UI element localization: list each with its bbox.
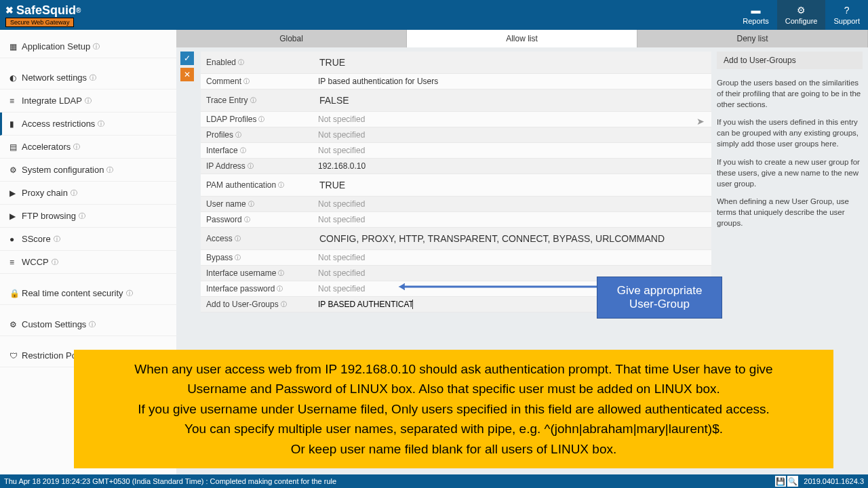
- sidebar-application-setup[interactable]: ▦Application Setupⓘ: [0, 35, 176, 58]
- callout: Give appropriate User-Group: [597, 277, 722, 319]
- sscore-icon: ●: [9, 235, 22, 244]
- info-icon: ⓘ: [248, 162, 254, 171]
- security-icon: 🔒: [9, 289, 22, 298]
- tab-allow-list[interactable]: Allow list: [407, 30, 637, 47]
- app-icon: ▦: [9, 42, 22, 52]
- nav-support[interactable]: ?Support: [825, 0, 868, 30]
- form-value[interactable]: Not specified: [313, 197, 711, 211]
- confirm-button[interactable]: ✓: [180, 52, 194, 65]
- sidebar-system-config[interactable]: ⚙System configurationⓘ: [0, 159, 176, 182]
- logo: ✖SafeSquid® Secure Web Gateway: [5, 3, 81, 27]
- form-label: IP Address ⓘ: [201, 159, 313, 174]
- form-value[interactable]: Not specified: [313, 127, 711, 142]
- info-icon: ⓘ: [278, 269, 284, 278]
- sysconf-icon: ⚙: [9, 165, 22, 175]
- sidebar-accelerators[interactable]: ▤Acceleratorsⓘ: [0, 136, 176, 159]
- info-icon: ⓘ: [126, 289, 133, 298]
- info-icon: ⓘ: [93, 42, 100, 52]
- tab-deny-list[interactable]: Deny list: [637, 30, 868, 47]
- cancel-button[interactable]: ✕: [180, 68, 194, 81]
- header-nav: ▬Reports ⚙Configure ?Support: [734, 0, 868, 30]
- form-value[interactable]: Not specified: [313, 212, 711, 227]
- sidebar-network-settings[interactable]: ◐Network settingsⓘ: [0, 66, 176, 89]
- help-text: If you wish the users defined in this en…: [717, 117, 863, 149]
- info-icon: ⓘ: [98, 119, 104, 129]
- header: ✖SafeSquid® Secure Web Gateway ▬Reports …: [0, 0, 868, 30]
- form-value[interactable]: 192.168.0.10: [313, 159, 711, 174]
- info-icon: ⓘ: [240, 146, 246, 155]
- info-icon: ⓘ: [79, 211, 85, 221]
- form-label: LDAP Profiles ⓘ: [201, 112, 313, 127]
- sidebar-ftp-browsing[interactable]: ▶FTP browsingⓘ: [0, 205, 176, 228]
- help-text: If you wish to create a new user group f…: [717, 157, 863, 189]
- sidebar-proxy-chain[interactable]: ▶Proxy chainⓘ: [0, 182, 176, 205]
- info-icon: ⓘ: [277, 285, 283, 293]
- form-row: PAM authentication ⓘTRUE: [201, 174, 711, 197]
- form-row: Trace Entry ⓘFALSE: [201, 89, 711, 112]
- form-label: Comment ⓘ: [201, 74, 313, 89]
- form-value[interactable]: Not specified: [313, 250, 711, 265]
- accel-icon: ▤: [9, 142, 22, 152]
- proxy-icon: ▶: [9, 188, 22, 198]
- info-icon: ⓘ: [278, 181, 284, 190]
- send-icon[interactable]: ➤: [696, 116, 705, 127]
- reports-icon: ▬: [751, 5, 761, 16]
- sidebar-realtime-security[interactable]: 🔒Real time content securityⓘ: [0, 282, 176, 305]
- help-text: When defining a new User Group, use term…: [717, 196, 863, 228]
- form-value[interactable]: FALSE: [313, 89, 711, 111]
- form-value[interactable]: TRUE: [313, 174, 711, 196]
- form-label: Profiles ⓘ: [201, 127, 313, 142]
- sidebar-wccp[interactable]: ≡WCCPⓘ: [0, 251, 176, 274]
- form-row: Bypass ⓘNot specified: [201, 250, 711, 266]
- form-row: User name ⓘNot specified: [201, 197, 711, 212]
- logo-subtitle: Secure Web Gateway: [5, 18, 74, 27]
- network-icon: ◐: [9, 73, 22, 83]
- ftp-icon: ▶: [9, 211, 22, 221]
- sidebar-access-restrictions[interactable]: ▮Access restrictionsⓘ: [0, 113, 176, 136]
- form-label: Enabled ⓘ: [201, 55, 313, 70]
- add-user-groups-button[interactable]: Add to User-Groups: [717, 52, 863, 69]
- info-icon: ⓘ: [244, 216, 250, 224]
- form-label: PAM authentication ⓘ: [201, 178, 313, 192]
- restrict-icon: 🛡: [9, 351, 22, 361]
- info-icon: ⓘ: [73, 142, 80, 152]
- info-icon: ⓘ: [52, 258, 58, 267]
- info-icon: ⓘ: [258, 115, 264, 124]
- info-icon: ⓘ: [235, 131, 241, 140]
- footer-status: Thu Apr 18 2019 18:24:23 GMT+0530 (India…: [4, 477, 336, 485]
- form-value[interactable]: CONFIG, PROXY, HTTP, TRANSPARENT, CONNEC…: [313, 228, 711, 249]
- form-label: Password ⓘ: [201, 212, 313, 227]
- custom-icon: ⚙: [9, 320, 22, 329]
- info-icon: ⓘ: [248, 200, 254, 209]
- wrench-icon: ✖: [5, 5, 14, 16]
- support-icon: ?: [844, 5, 850, 16]
- form-value[interactable]: Not specified➤: [313, 112, 711, 127]
- form-value[interactable]: Not specified: [313, 143, 711, 158]
- form-value[interactable]: TRUE: [313, 52, 711, 73]
- form-value[interactable]: IP based authentication for Users: [313, 74, 711, 89]
- instruction-box: When any user access web from IP 192.168…: [74, 350, 833, 468]
- user-groups-input[interactable]: [318, 300, 413, 309]
- form-label: Add to User-Groups ⓘ: [201, 297, 313, 312]
- info-icon: ⓘ: [85, 96, 92, 106]
- nav-reports[interactable]: ▬Reports: [734, 0, 777, 30]
- sidebar-custom-settings[interactable]: ⚙Custom Settingsⓘ: [0, 313, 176, 336]
- footer-version: 2019.0401.1624.3: [804, 477, 864, 485]
- form-label: User name ⓘ: [201, 197, 313, 211]
- search-icon[interactable]: 🔍: [787, 476, 798, 487]
- tab-global[interactable]: Global: [176, 30, 407, 47]
- info-icon: ⓘ: [106, 165, 113, 175]
- save-icon[interactable]: 💾: [775, 476, 786, 487]
- info-icon: ⓘ: [250, 96, 256, 105]
- nav-configure[interactable]: ⚙Configure: [777, 0, 826, 30]
- form-label: Access ⓘ: [201, 231, 313, 246]
- form-row: Access ⓘCONFIG, PROXY, HTTP, TRANSPARENT…: [201, 228, 711, 250]
- sidebar-integrate-ldap[interactable]: ≡Integrate LDAPⓘ: [0, 89, 176, 113]
- form-label: Interface ⓘ: [201, 143, 313, 158]
- info-icon: ⓘ: [90, 73, 96, 83]
- sidebar-sscore[interactable]: ●SScoreⓘ: [0, 228, 176, 251]
- info-icon: ⓘ: [281, 300, 287, 309]
- info-icon: ⓘ: [89, 320, 96, 329]
- help-text: Group the users based on the similaritie…: [717, 77, 863, 110]
- form-row: LDAP Profiles ⓘNot specified➤: [201, 112, 711, 127]
